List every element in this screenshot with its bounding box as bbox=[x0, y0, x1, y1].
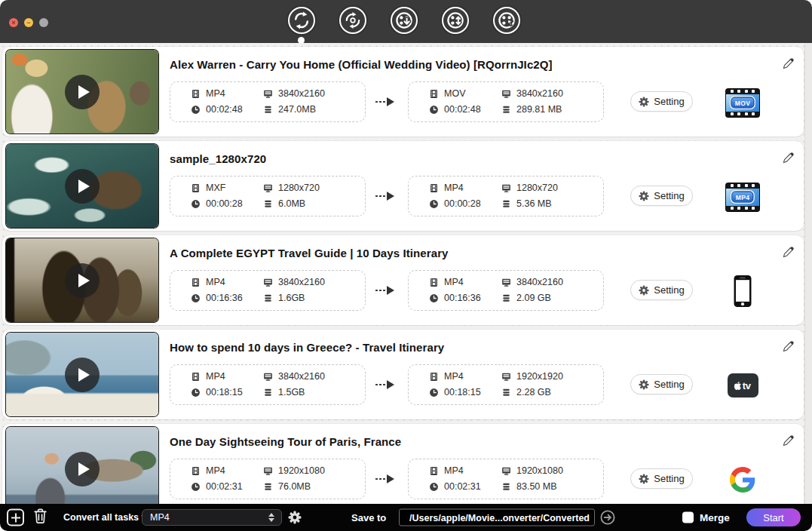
convert-arrow-icon bbox=[375, 380, 394, 389]
task-list: Alex Warren - Carry You Home (Official W… bbox=[0, 43, 812, 504]
source-info-box: MP4 1920x1080 00:02:31 76.0MB bbox=[170, 459, 366, 499]
setting-button[interactable]: Setting bbox=[630, 374, 693, 394]
add-file-button[interactable] bbox=[7, 509, 24, 526]
target-size: 83.50 MB bbox=[501, 481, 596, 492]
file-format-icon bbox=[191, 372, 201, 382]
output-device-icon-apple-tv[interactable]: tv bbox=[719, 364, 767, 407]
edit-name-icon[interactable] bbox=[781, 151, 795, 165]
edit-name-icon[interactable] bbox=[781, 339, 795, 354]
close-button[interactable]: × bbox=[9, 18, 18, 27]
disc-ripper-icon[interactable] bbox=[339, 7, 366, 34]
open-folder-button[interactable] bbox=[600, 510, 615, 525]
target-info-box: MP4 1280x720 00:00:28 5.36 MB bbox=[408, 176, 604, 216]
gear-icon bbox=[639, 191, 649, 201]
setting-button[interactable]: Setting bbox=[630, 91, 693, 112]
source-duration: 00:16:36 bbox=[191, 293, 263, 303]
google-icon bbox=[730, 467, 755, 493]
traffic-lights: × − bbox=[9, 18, 48, 27]
video-title: sample_1280x720 bbox=[170, 152, 266, 165]
video-thumbnail[interactable] bbox=[6, 238, 158, 322]
play-icon[interactable] bbox=[65, 75, 100, 109]
source-format: MP4 bbox=[191, 465, 263, 476]
close-icon: × bbox=[11, 19, 15, 26]
clock-icon bbox=[191, 293, 201, 303]
play-icon[interactable] bbox=[65, 169, 100, 204]
play-icon[interactable] bbox=[65, 452, 100, 486]
target-duration: 00:16:36 bbox=[429, 293, 501, 303]
task-row: One Day Sightseeing Tour of Paris, Franc… bbox=[2, 424, 804, 504]
video-thumbnail[interactable] bbox=[6, 144, 158, 228]
video-thumbnail[interactable] bbox=[6, 333, 158, 416]
video-edit-icon[interactable] bbox=[493, 7, 520, 34]
target-resolution: 3840x2160 bbox=[501, 88, 596, 99]
target-duration: 00:18:15 bbox=[429, 387, 501, 397]
resolution-icon bbox=[263, 278, 273, 287]
file-format-icon bbox=[191, 278, 201, 287]
source-size: 1.6GB bbox=[263, 293, 357, 303]
video-title: A Complete EGYPT Travel Guide | 10 Days … bbox=[170, 247, 449, 259]
target-duration: 00:00:28 bbox=[429, 198, 501, 209]
source-resolution: 3840x2160 bbox=[263, 371, 357, 382]
source-duration: 00:02:31 bbox=[191, 481, 263, 492]
target-format: MP4 bbox=[429, 465, 501, 476]
setting-button[interactable]: Setting bbox=[630, 280, 693, 300]
output-format-icon-mp4[interactable]: MP4 bbox=[719, 176, 767, 218]
video-title: One Day Sightseeing Tour of Paris, Franc… bbox=[170, 435, 401, 448]
start-button[interactable]: Start bbox=[746, 508, 801, 526]
convert-icon[interactable] bbox=[288, 7, 315, 34]
format-settings-button[interactable] bbox=[288, 511, 302, 524]
video-download-icon[interactable] bbox=[391, 7, 418, 34]
app-window: × − bbox=[0, 0, 812, 531]
source-duration: 00:00:28 bbox=[191, 198, 263, 209]
target-format: MP4 bbox=[429, 277, 501, 287]
source-duration: 00:18:15 bbox=[191, 387, 263, 397]
resolution-icon bbox=[501, 183, 511, 193]
title-bar: × − bbox=[0, 0, 812, 43]
gear-icon bbox=[639, 97, 649, 107]
delete-task-button[interactable] bbox=[33, 508, 47, 527]
scrollbar-track[interactable] bbox=[804, 43, 812, 504]
save-path-field[interactable]: /Users/apple/Movie...onverter/Converted bbox=[399, 509, 595, 526]
target-info-box: MP4 3840x2160 00:16:36 2.09 GB bbox=[408, 270, 604, 311]
source-resolution: 1920x1080 bbox=[263, 465, 357, 476]
play-icon[interactable] bbox=[65, 263, 100, 298]
resolution-icon bbox=[263, 183, 273, 193]
output-device-icon-iphone[interactable] bbox=[719, 270, 767, 312]
convert-arrow-icon bbox=[375, 286, 394, 295]
file-format-icon bbox=[429, 466, 439, 476]
setting-button[interactable]: Setting bbox=[630, 468, 693, 489]
resolution-icon bbox=[501, 372, 511, 382]
edit-name-icon[interactable] bbox=[781, 245, 795, 259]
output-format-icon-mov[interactable]: MOV bbox=[719, 81, 767, 124]
gear-icon bbox=[639, 474, 649, 484]
target-resolution: 1280x720 bbox=[501, 183, 596, 193]
play-icon[interactable] bbox=[65, 358, 100, 392]
merge-checkbox[interactable] bbox=[682, 512, 694, 523]
output-format-select[interactable]: MP4 bbox=[142, 509, 282, 526]
mov-filmstrip-icon: MOV bbox=[726, 89, 759, 117]
source-resolution: 3840x2160 bbox=[263, 277, 357, 287]
resolution-icon bbox=[263, 372, 273, 382]
target-info-box: MP4 1920x1080 00:02:31 83.50 MB bbox=[408, 459, 604, 499]
video-thumbnail[interactable] bbox=[6, 50, 158, 134]
video-thumbnail[interactable] bbox=[6, 427, 158, 504]
task-row: Alex Warren - Carry You Home (Official W… bbox=[2, 47, 804, 137]
clock-icon bbox=[429, 105, 439, 115]
size-icon bbox=[263, 482, 273, 492]
size-icon bbox=[263, 293, 273, 303]
file-format-icon bbox=[429, 278, 439, 287]
arrow-right-icon bbox=[600, 510, 615, 525]
gear-icon bbox=[639, 379, 649, 390]
edit-name-icon[interactable] bbox=[781, 57, 795, 71]
source-format: MP4 bbox=[191, 88, 263, 99]
minimize-icon: − bbox=[26, 19, 30, 26]
output-target-icon-google[interactable] bbox=[719, 459, 767, 501]
target-format: MP4 bbox=[429, 183, 501, 193]
setting-button[interactable]: Setting bbox=[630, 186, 693, 206]
video-compress-icon[interactable] bbox=[442, 7, 469, 34]
footer-bar: Convert all tasks to MP4 Save to /Users/… bbox=[0, 504, 812, 531]
minimize-button[interactable]: − bbox=[24, 18, 33, 27]
source-duration: 00:02:48 bbox=[191, 104, 263, 115]
resolution-icon bbox=[263, 89, 273, 99]
edit-name-icon[interactable] bbox=[781, 434, 795, 448]
